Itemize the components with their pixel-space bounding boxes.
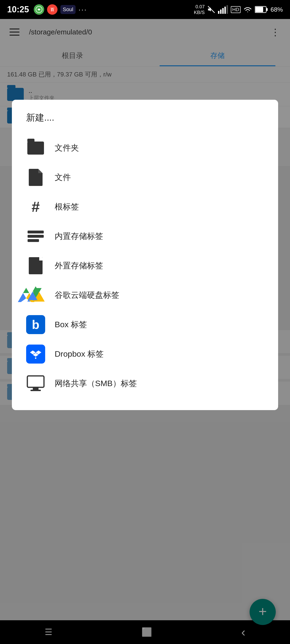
- svg-rect-5: [218, 11, 219, 14]
- menu-item-dropbox-tag[interactable]: Dropbox 标签: [26, 339, 264, 369]
- app-container: /storage/emulated/0 ⋮ 根目录 存储 161.48 GB 已…: [0, 19, 290, 644]
- menu-item-folder[interactable]: 文件夹: [26, 133, 264, 163]
- signal-icon: [218, 5, 228, 14]
- sdcard-icon: [29, 257, 43, 274]
- svg-rect-11: [255, 7, 263, 12]
- hash-icon-container: #: [26, 197, 45, 216]
- sdcard-icon-container: [26, 256, 45, 275]
- menu-item-label-root-tag: 根标签: [55, 201, 79, 212]
- storage-icon-container: [26, 227, 45, 246]
- box-letter: b: [32, 318, 40, 331]
- status-dots: ···: [79, 6, 87, 14]
- svg-rect-9: [226, 5, 228, 14]
- menu-item-root-tag[interactable]: # 根标签: [26, 192, 264, 222]
- monitor-icon-container: [26, 374, 45, 393]
- svg-rect-12: [266, 8, 268, 11]
- app-icon-2: 百: [47, 4, 58, 15]
- gdrive-icon-wrapper: [26, 286, 45, 302]
- svg-rect-29: [27, 376, 44, 387]
- menu-item-label-file: 文件: [55, 172, 71, 183]
- status-system-icons: 0.07KB/S HD 68%: [194, 4, 283, 15]
- dialog-title: 新建....: [26, 112, 264, 124]
- menu-item-gdrive-tag[interactable]: 谷歌云端硬盘标签: [26, 280, 264, 310]
- network-speed: 0.07KB/S: [194, 4, 205, 15]
- svg-text:百: 百: [50, 8, 55, 12]
- battery-percent: 68%: [270, 6, 283, 13]
- storage-line-2: [28, 235, 44, 238]
- status-time: 10:25: [7, 4, 29, 14]
- file-icon: [29, 169, 43, 186]
- svg-point-28: [35, 358, 36, 359]
- menu-item-external-tag[interactable]: 外置存储标签: [26, 251, 264, 280]
- menu-item-smb-tag[interactable]: 网络共享（SMB）标签: [26, 369, 264, 398]
- menu-item-label-smb-tag: 网络共享（SMB）标签: [55, 378, 137, 389]
- menu-item-file[interactable]: 文件: [26, 163, 264, 192]
- svg-rect-4: [208, 8, 209, 10]
- battery-icon: [255, 6, 268, 13]
- dropbox-icon-container: [26, 344, 45, 364]
- gdrive-svg: [26, 286, 45, 302]
- monitor-icon: [26, 374, 45, 393]
- app-icon-soul: Soul: [60, 5, 76, 14]
- hash-icon: #: [32, 200, 40, 214]
- box-icon-container: b: [26, 315, 45, 334]
- menu-item-label-gdrive-tag: 谷歌云端硬盘标签: [55, 290, 119, 301]
- app-icon-1: [34, 4, 44, 15]
- menu-item-label-external-tag: 外置存储标签: [55, 260, 103, 271]
- svg-rect-8: [224, 7, 226, 14]
- new-item-dialog: 新建.... 文件夹 文件 # 根标签: [12, 100, 278, 410]
- menu-item-label-box-tag: Box 标签: [55, 319, 87, 330]
- storage-icon: [28, 230, 44, 242]
- mute-icon: [207, 5, 216, 14]
- svg-rect-30: [33, 387, 39, 390]
- wifi-icon: [243, 5, 252, 14]
- menu-item-label-internal-tag: 内置存储标签: [55, 231, 103, 242]
- menu-item-label-dropbox-tag: Dropbox 标签: [55, 348, 104, 360]
- status-app-icons: 百 Soul ···: [34, 4, 87, 15]
- file-icon-container: [26, 168, 45, 187]
- dropbox-icon: [26, 344, 45, 364]
- box-icon: b: [26, 315, 45, 334]
- menu-item-box-tag[interactable]: b Box 标签: [26, 310, 264, 339]
- dropbox-svg: [30, 348, 42, 360]
- menu-item-internal-tag[interactable]: 内置存储标签: [26, 222, 264, 251]
- svg-rect-6: [220, 10, 221, 14]
- storage-line-3: [28, 239, 39, 242]
- folder-icon: [27, 142, 44, 154]
- storage-line-1: [28, 230, 44, 234]
- menu-item-label-folder: 文件夹: [55, 142, 79, 154]
- status-bar: 10:25 百 Soul ··· 0.07KB/S HD: [0, 0, 290, 19]
- svg-rect-7: [222, 8, 224, 14]
- svg-rect-31: [31, 390, 41, 391]
- hd-badge: HD: [231, 6, 240, 13]
- folder-icon-container: [26, 138, 45, 158]
